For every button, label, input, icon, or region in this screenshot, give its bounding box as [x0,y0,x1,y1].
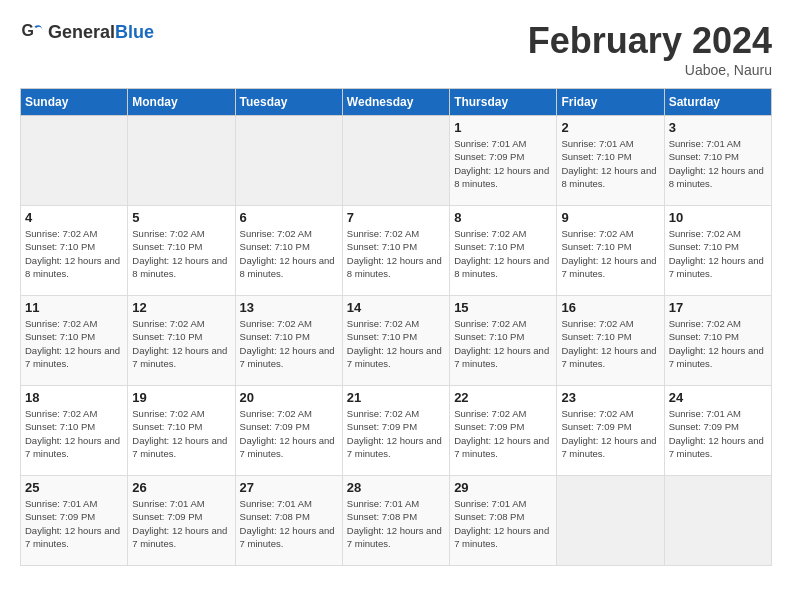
day-info: Sunrise: 7:02 AMSunset: 7:10 PMDaylight:… [347,227,445,280]
weekday-header-friday: Friday [557,89,664,116]
day-number: 8 [454,210,552,225]
weekday-header-tuesday: Tuesday [235,89,342,116]
day-info: Sunrise: 7:01 AMSunset: 7:08 PMDaylight:… [454,497,552,550]
page-header: G GeneralBlue February 2024 Uaboe, Nauru [20,20,772,78]
calendar-cell [557,476,664,566]
weekday-header-row: SundayMondayTuesdayWednesdayThursdayFrid… [21,89,772,116]
calendar-cell: 29Sunrise: 7:01 AMSunset: 7:08 PMDayligh… [450,476,557,566]
calendar-cell: 26Sunrise: 7:01 AMSunset: 7:09 PMDayligh… [128,476,235,566]
day-number: 9 [561,210,659,225]
calendar-cell: 27Sunrise: 7:01 AMSunset: 7:08 PMDayligh… [235,476,342,566]
day-number: 12 [132,300,230,315]
day-info: Sunrise: 7:02 AMSunset: 7:09 PMDaylight:… [347,407,445,460]
calendar-cell: 14Sunrise: 7:02 AMSunset: 7:10 PMDayligh… [342,296,449,386]
calendar-cell: 1Sunrise: 7:01 AMSunset: 7:09 PMDaylight… [450,116,557,206]
day-number: 27 [240,480,338,495]
day-info: Sunrise: 7:02 AMSunset: 7:10 PMDaylight:… [561,227,659,280]
calendar-cell: 8Sunrise: 7:02 AMSunset: 7:10 PMDaylight… [450,206,557,296]
weekday-header-monday: Monday [128,89,235,116]
day-number: 16 [561,300,659,315]
day-number: 26 [132,480,230,495]
day-number: 1 [454,120,552,135]
day-info: Sunrise: 7:02 AMSunset: 7:09 PMDaylight:… [240,407,338,460]
calendar-cell: 22Sunrise: 7:02 AMSunset: 7:09 PMDayligh… [450,386,557,476]
day-number: 23 [561,390,659,405]
week-row-4: 18Sunrise: 7:02 AMSunset: 7:10 PMDayligh… [21,386,772,476]
day-number: 20 [240,390,338,405]
weekday-header-saturday: Saturday [664,89,771,116]
day-info: Sunrise: 7:02 AMSunset: 7:10 PMDaylight:… [669,227,767,280]
logo: G GeneralBlue [20,20,154,44]
calendar-cell: 28Sunrise: 7:01 AMSunset: 7:08 PMDayligh… [342,476,449,566]
day-number: 6 [240,210,338,225]
day-number: 14 [347,300,445,315]
calendar-cell: 20Sunrise: 7:02 AMSunset: 7:09 PMDayligh… [235,386,342,476]
calendar-cell: 12Sunrise: 7:02 AMSunset: 7:10 PMDayligh… [128,296,235,386]
day-number: 11 [25,300,123,315]
week-row-5: 25Sunrise: 7:01 AMSunset: 7:09 PMDayligh… [21,476,772,566]
day-number: 19 [132,390,230,405]
calendar-cell [664,476,771,566]
calendar-cell: 23Sunrise: 7:02 AMSunset: 7:09 PMDayligh… [557,386,664,476]
calendar-cell: 3Sunrise: 7:01 AMSunset: 7:10 PMDaylight… [664,116,771,206]
calendar-cell: 2Sunrise: 7:01 AMSunset: 7:10 PMDaylight… [557,116,664,206]
calendar-cell: 24Sunrise: 7:01 AMSunset: 7:09 PMDayligh… [664,386,771,476]
calendar-cell: 21Sunrise: 7:02 AMSunset: 7:09 PMDayligh… [342,386,449,476]
day-number: 7 [347,210,445,225]
day-info: Sunrise: 7:02 AMSunset: 7:10 PMDaylight:… [454,227,552,280]
calendar-cell: 5Sunrise: 7:02 AMSunset: 7:10 PMDaylight… [128,206,235,296]
day-info: Sunrise: 7:02 AMSunset: 7:10 PMDaylight:… [25,407,123,460]
calendar-table: SundayMondayTuesdayWednesdayThursdayFrid… [20,88,772,566]
day-number: 15 [454,300,552,315]
calendar-cell: 11Sunrise: 7:02 AMSunset: 7:10 PMDayligh… [21,296,128,386]
day-number: 4 [25,210,123,225]
week-row-2: 4Sunrise: 7:02 AMSunset: 7:10 PMDaylight… [21,206,772,296]
calendar-cell: 4Sunrise: 7:02 AMSunset: 7:10 PMDaylight… [21,206,128,296]
day-info: Sunrise: 7:02 AMSunset: 7:09 PMDaylight:… [454,407,552,460]
day-number: 2 [561,120,659,135]
day-info: Sunrise: 7:02 AMSunset: 7:10 PMDaylight:… [240,317,338,370]
calendar-cell: 13Sunrise: 7:02 AMSunset: 7:10 PMDayligh… [235,296,342,386]
weekday-header-wednesday: Wednesday [342,89,449,116]
day-info: Sunrise: 7:01 AMSunset: 7:08 PMDaylight:… [347,497,445,550]
calendar-cell [21,116,128,206]
day-number: 18 [25,390,123,405]
calendar-cell: 7Sunrise: 7:02 AMSunset: 7:10 PMDaylight… [342,206,449,296]
day-info: Sunrise: 7:01 AMSunset: 7:09 PMDaylight:… [669,407,767,460]
day-number: 28 [347,480,445,495]
day-info: Sunrise: 7:02 AMSunset: 7:10 PMDaylight:… [240,227,338,280]
day-info: Sunrise: 7:01 AMSunset: 7:09 PMDaylight:… [454,137,552,190]
day-info: Sunrise: 7:01 AMSunset: 7:09 PMDaylight:… [25,497,123,550]
calendar-cell: 18Sunrise: 7:02 AMSunset: 7:10 PMDayligh… [21,386,128,476]
day-info: Sunrise: 7:02 AMSunset: 7:10 PMDaylight:… [669,317,767,370]
calendar-cell: 9Sunrise: 7:02 AMSunset: 7:10 PMDaylight… [557,206,664,296]
calendar-cell [128,116,235,206]
week-row-1: 1Sunrise: 7:01 AMSunset: 7:09 PMDaylight… [21,116,772,206]
day-info: Sunrise: 7:02 AMSunset: 7:10 PMDaylight:… [25,317,123,370]
week-row-3: 11Sunrise: 7:02 AMSunset: 7:10 PMDayligh… [21,296,772,386]
day-number: 5 [132,210,230,225]
day-number: 10 [669,210,767,225]
day-info: Sunrise: 7:02 AMSunset: 7:10 PMDaylight:… [132,407,230,460]
day-info: Sunrise: 7:02 AMSunset: 7:10 PMDaylight:… [561,317,659,370]
day-number: 22 [454,390,552,405]
calendar-cell: 19Sunrise: 7:02 AMSunset: 7:10 PMDayligh… [128,386,235,476]
svg-text:G: G [22,22,34,39]
calendar-cell: 15Sunrise: 7:02 AMSunset: 7:10 PMDayligh… [450,296,557,386]
day-info: Sunrise: 7:01 AMSunset: 7:09 PMDaylight:… [132,497,230,550]
weekday-header-sunday: Sunday [21,89,128,116]
calendar-cell [235,116,342,206]
day-number: 13 [240,300,338,315]
day-info: Sunrise: 7:01 AMSunset: 7:10 PMDaylight:… [669,137,767,190]
day-number: 17 [669,300,767,315]
day-info: Sunrise: 7:02 AMSunset: 7:10 PMDaylight:… [132,317,230,370]
day-info: Sunrise: 7:02 AMSunset: 7:10 PMDaylight:… [347,317,445,370]
title-area: February 2024 Uaboe, Nauru [528,20,772,78]
calendar-title: February 2024 [528,20,772,62]
logo-general-text: GeneralBlue [48,22,154,43]
logo-icon: G [20,20,44,44]
calendar-cell: 10Sunrise: 7:02 AMSunset: 7:10 PMDayligh… [664,206,771,296]
calendar-cell: 6Sunrise: 7:02 AMSunset: 7:10 PMDaylight… [235,206,342,296]
day-info: Sunrise: 7:02 AMSunset: 7:10 PMDaylight:… [132,227,230,280]
weekday-header-thursday: Thursday [450,89,557,116]
